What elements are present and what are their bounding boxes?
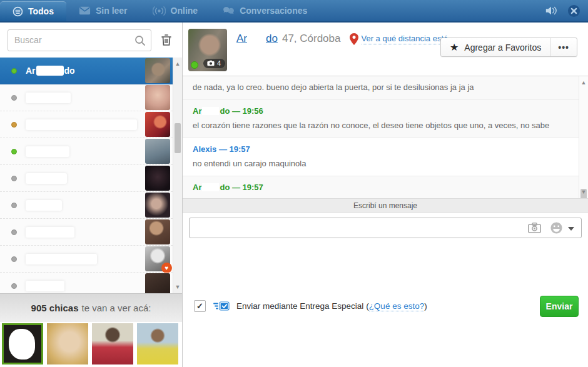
add-favorites-button[interactable]: ★ Agregar a Favoritos	[441, 38, 550, 56]
online-status-dot	[191, 61, 198, 69]
contact-avatar	[145, 58, 170, 83]
contact-row[interactable]	[0, 111, 173, 138]
status-dot-offline	[11, 283, 17, 289]
promo-thumbnails	[0, 322, 182, 367]
tab-label: Conversaciones	[240, 6, 307, 16]
trash-icon[interactable]	[160, 33, 173, 47]
photo-censor-blob	[9, 329, 35, 359]
contact-avatar	[145, 193, 170, 218]
author-name-suffix: do	[220, 183, 230, 192]
tab-sin-leer[interactable]: Sin leer	[66, 0, 140, 21]
tab-conversaciones[interactable]: Conversaciones	[210, 0, 320, 21]
tab-label: Sin leer	[96, 6, 128, 16]
contact-name-link[interactable]: do	[266, 33, 278, 45]
contact-avatar	[145, 273, 170, 293]
contact-list-scrollbar[interactable]: ▲ ▼	[173, 58, 182, 293]
volume-icon[interactable]	[545, 5, 557, 16]
author-name-suffix: do	[220, 106, 230, 116]
send-row: ✓ Enviar mediante Entrega Especial (¿Qué…	[183, 242, 588, 367]
message: Ardo — 19:56el corazón tiene razones que…	[183, 100, 579, 138]
send-button[interactable]: Enviar	[540, 296, 579, 317]
star-icon: ★	[450, 41, 459, 53]
name-censor-box	[202, 107, 219, 115]
contact-row[interactable]	[0, 165, 173, 192]
chat-header: 4 Ardo 47, Córdoba Ver a qué distancia e…	[183, 23, 588, 76]
status-dot-offline	[11, 95, 17, 101]
contact-name-suffix: do	[64, 66, 75, 76]
status-dot-offline	[11, 176, 17, 181]
topbar-actions	[545, 0, 588, 21]
composer-icons	[528, 221, 574, 237]
header-buttons: ★ Agregar a Favoritos •••	[440, 38, 577, 57]
contact-title-row: Ardo 47, Córdoba Ver a qué distancia est…	[236, 33, 455, 45]
promo-thumbnail[interactable]	[92, 323, 133, 364]
emoji-dropdown-icon[interactable]	[568, 227, 574, 231]
close-icon[interactable]	[567, 4, 580, 18]
special-delivery-icon	[213, 300, 230, 312]
contact-row[interactable]	[0, 273, 173, 293]
photo-count-badge[interactable]: 4	[203, 59, 225, 68]
promo-thumbnail[interactable]	[137, 323, 178, 364]
contact-row[interactable]	[0, 138, 173, 165]
name-censor-box	[247, 34, 266, 44]
tab-online[interactable]: Online	[140, 0, 211, 21]
contact-row[interactable]	[0, 219, 173, 246]
scroll-up-icon[interactable]: ▲	[579, 78, 588, 88]
name-censor-box	[26, 254, 97, 264]
contact-name-link[interactable]: Ar	[236, 33, 247, 45]
sidebar: Ardo♥ ▲ ▼ 905 chicas te van a ver acá:	[0, 23, 183, 367]
status-dot-offline	[11, 229, 17, 235]
status-dot-away	[11, 122, 17, 128]
contact-row[interactable]: ♥	[0, 246, 173, 273]
status-dot-online	[11, 68, 17, 74]
name-censor-box	[202, 183, 219, 191]
composer-hint: Escribí un mensaje	[183, 198, 588, 213]
name-censor-box	[26, 119, 137, 130]
message-text: no entendi un carajo maquinola	[193, 159, 569, 168]
attach-photo-icon[interactable]	[528, 223, 541, 236]
message-list: de nada, ya lo creo. bueno dejo abierta …	[183, 76, 579, 198]
chat-panel: 4 Ardo 47, Córdoba Ver a qué distancia e…	[183, 23, 588, 367]
search-box	[8, 29, 151, 51]
contact-row[interactable]: Ardo	[0, 58, 173, 84]
message: Alexis — 19:57no entendi un carajo maqui…	[183, 138, 579, 176]
name-censor-box	[36, 66, 64, 76]
scroll-down-icon[interactable]: ▼	[173, 282, 182, 292]
scroll-down-icon[interactable]: ▼	[579, 187, 588, 197]
search-input[interactable]	[8, 30, 151, 51]
message-input[interactable]	[189, 218, 582, 238]
contact-row[interactable]	[0, 84, 173, 111]
tab-todos[interactable]: Todos	[0, 1, 66, 21]
what-is-this-link[interactable]: ¿Qué es esto?	[369, 301, 425, 311]
contacts-icon	[13, 6, 23, 17]
promo-thumbnail[interactable]	[2, 323, 43, 364]
scroll-up-icon[interactable]: ▲	[173, 59, 182, 69]
promo-thumbnail[interactable]	[47, 323, 88, 364]
messages-scrollbar[interactable]: ▲ ▼	[579, 76, 588, 198]
name-censor-box	[26, 281, 64, 291]
contact-avatar: ♥	[145, 246, 170, 271]
message-text: de nada, ya lo creo. bueno dejo abierta …	[193, 83, 569, 92]
camera-icon	[207, 60, 215, 66]
chat-bubbles-icon	[223, 6, 235, 16]
special-delivery-checkbox[interactable]: ✓	[194, 300, 206, 312]
contact-row[interactable]	[0, 192, 173, 219]
topbar-tabs: TodosSin leerOnlineConversaciones	[0, 0, 320, 21]
contact-avatar[interactable]: 4	[188, 29, 227, 71]
contact-avatar	[145, 219, 170, 244]
status-dot-online	[11, 149, 17, 154]
more-options-button[interactable]: •••	[550, 38, 577, 56]
time-separator: —	[216, 144, 229, 154]
name-censor-box	[26, 200, 62, 211]
emoji-icon[interactable]	[550, 221, 563, 237]
scrollbar-thumb[interactable]	[175, 123, 181, 153]
message-time: 19:57	[230, 144, 250, 154]
contact-list: Ardo♥ ▲ ▼	[0, 58, 182, 293]
promo-banner: 905 chicas te van a ver acá:	[0, 293, 182, 322]
message-author: Ardo — 19:57	[193, 183, 569, 192]
composer	[183, 213, 588, 242]
tab-label: Online	[171, 6, 198, 16]
message: de nada, ya lo creo. bueno dejo abierta …	[183, 76, 579, 100]
topbar: TodosSin leerOnlineConversaciones	[0, 0, 588, 23]
search-icon	[134, 35, 146, 49]
